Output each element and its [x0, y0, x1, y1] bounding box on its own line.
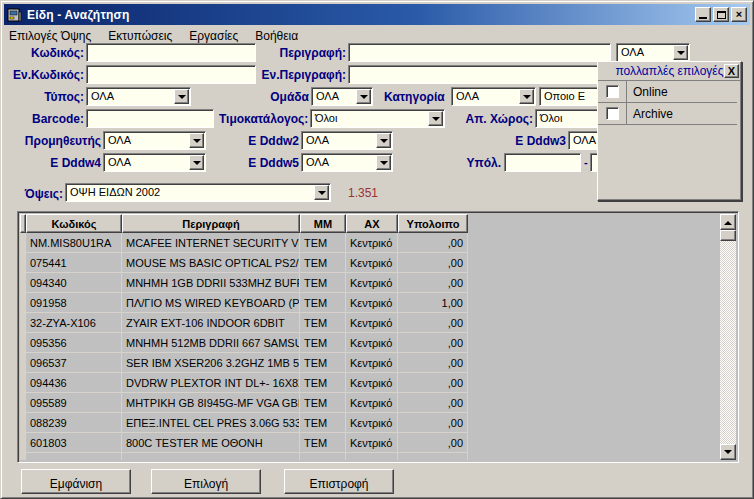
- promitheutis-combo[interactable]: ΟΛΑ: [103, 131, 206, 150]
- dropdown-arrow-icon[interactable]: [376, 155, 391, 170]
- dropdown-arrow-icon[interactable]: [673, 45, 688, 60]
- barcode-input[interactable]: [86, 109, 214, 128]
- checkbox[interactable]: [606, 107, 619, 120]
- cell: ΤΕΜ: [300, 373, 346, 393]
- edddw4-combo[interactable]: ΟΛΑ: [103, 153, 206, 172]
- table-row[interactable]: 094436DVDRW PLEXTOR INT DL+- 16X8XΤΕΜΚεν…: [20, 373, 472, 393]
- cell: ΤΕΜ: [300, 333, 346, 353]
- title-bar[interactable]: Είδη - Αναζήτηση ×: [4, 4, 750, 25]
- barcode-label: Barcode:: [21, 112, 84, 126]
- cell: Κεντρικό: [346, 373, 398, 393]
- dropdown-arrow-icon[interactable]: [314, 185, 329, 200]
- cell: ,00: [398, 273, 468, 293]
- kodikos-label: Κωδικός:: [11, 46, 84, 60]
- cell: ,00: [398, 333, 468, 353]
- dropdown-arrow-icon[interactable]: [428, 111, 443, 126]
- menu-item-view-options[interactable]: Επιλογές Όψης: [9, 29, 91, 43]
- katigoria-combo[interactable]: ΟΛΑ: [451, 87, 536, 106]
- edddw2-combo-value: ΟΛΑ: [306, 134, 329, 146]
- table-row[interactable]: 094340ΜΝΗΜΗ 1GB DDRII 533MHZ BUFFAΤΕΜΚεν…: [20, 273, 472, 293]
- table-row[interactable]: 095589ΜΗΤΡΙΚΗ GB 8I945G-MF VGA GBIT IΤΕΜ…: [20, 393, 472, 413]
- perigrafi-label: Περιγραφή:: [267, 46, 346, 60]
- dropdown-arrow-icon[interactable]: [356, 89, 371, 104]
- column-header-kodikos[interactable]: Κωδικός: [26, 214, 122, 233]
- minimize-button[interactable]: [695, 7, 711, 22]
- table-row[interactable]: 075441MOUSE MS BASIC OPTICAL PS2/UΤΕΜΚεν…: [20, 253, 472, 273]
- cell: MCAFEE INTERNET SECURITY V8.: [122, 233, 300, 253]
- dropdown-arrow-icon[interactable]: [519, 89, 534, 104]
- show-button[interactable]: Εμφάνιση: [21, 469, 131, 494]
- typos-combo[interactable]: ΟΛΑ: [86, 87, 191, 106]
- cell: ΜΝΗΜΗ 1GB DDRII 533MHZ BUFFA: [122, 273, 300, 293]
- option-row-archive[interactable]: Archive: [598, 103, 737, 125]
- timokatalogos-combo[interactable]: Όλοι: [310, 109, 445, 128]
- panel-close-button[interactable]: X: [724, 64, 739, 78]
- table-row[interactable]: NM.MIS80U1RAMCAFEE INTERNET SECURITY V8.…: [20, 233, 472, 253]
- kodikos-input[interactable]: [86, 43, 256, 62]
- close-button[interactable]: ×: [731, 7, 747, 22]
- cell: ,00: [398, 413, 468, 433]
- maximize-button[interactable]: [713, 7, 729, 22]
- ypol-from-input[interactable]: [504, 153, 581, 172]
- archive-checkbox-cell[interactable]: [598, 103, 627, 124]
- top-right-combo-value: ΟΛΑ: [621, 46, 644, 58]
- return-button[interactable]: Επιστροφή: [284, 469, 394, 494]
- panel-title: πολλαπλές επιλογές: [598, 64, 741, 78]
- select-button[interactable]: Επιλογή: [151, 469, 261, 494]
- column-header-ax[interactable]: ΑΧ: [346, 214, 398, 233]
- table-row[interactable]: 601803800C TESTER ΜΕ ΟΘΟΝΗΤΕΜΚεντρικό,00: [20, 433, 472, 453]
- omada-combo-value: ΟΛΑ: [316, 90, 339, 102]
- perigrafi-input[interactable]: [348, 43, 611, 62]
- cell: Κεντρικό: [346, 433, 398, 453]
- edddw4-combo-value: ΟΛΑ: [108, 156, 131, 168]
- cell: ,00: [398, 393, 468, 413]
- cell: Κεντρικό: [346, 253, 398, 273]
- cell: 088239: [26, 413, 122, 433]
- cell: 800C TESTER ΜΕ ΟΘΟΝΗ: [122, 433, 300, 453]
- dropdown-arrow-icon[interactable]: [189, 155, 204, 170]
- cell: 32-ZYA-X106: [26, 313, 122, 333]
- column-header-mm[interactable]: ΜΜ: [300, 214, 346, 233]
- omada-combo[interactable]: ΟΛΑ: [311, 87, 373, 106]
- menu-item-help[interactable]: Βοήθεια: [255, 29, 298, 43]
- en-perigrafi-input[interactable]: [348, 65, 611, 84]
- maximize-icon: [717, 11, 726, 19]
- menu-item-tasks[interactable]: Εργασίες: [189, 29, 238, 43]
- column-header-perigrafi[interactable]: Περιγραφή: [122, 214, 300, 233]
- column-header-ypoloipo[interactable]: Υπολοιπο: [398, 214, 468, 233]
- vertical-scrollbar[interactable]: [720, 214, 736, 460]
- cell: ΤΕΜ: [300, 313, 346, 333]
- cell: ZYAIR EXT-106 INDOOR 6DBIT: [122, 313, 300, 333]
- edddw5-combo-value: ΟΛΑ: [306, 156, 329, 168]
- views-combo[interactable]: ΟΨΗ ΕΙΔΩΝ 2002: [65, 183, 331, 202]
- option-row-online[interactable]: Online: [598, 81, 737, 103]
- multiple-selections-panel: πολλαπλές επιλογές X Online Archive: [597, 61, 742, 201]
- dropdown-arrow-icon[interactable]: [174, 89, 189, 104]
- scrollbar-thumb[interactable]: [720, 230, 736, 241]
- en-kodikos-input[interactable]: [86, 65, 256, 84]
- dropdown-arrow-icon[interactable]: [376, 133, 391, 148]
- top-right-combo[interactable]: ΟΛΑ: [616, 43, 690, 62]
- dropdown-arrow-icon[interactable]: [189, 133, 204, 148]
- edddw2-combo[interactable]: ΟΛΑ: [301, 131, 393, 150]
- promitheutis-label: Προμηθευτής: [21, 134, 101, 148]
- table-row[interactable]: 32-ZYA-X106ZYAIR EXT-106 INDOOR 6DBITΤΕΜ…: [20, 313, 472, 333]
- table-row[interactable]: 091958ΠΛ/ΓΙΟ MS WIRED KEYBOARD (PSΤΕΜΚεν…: [20, 293, 472, 313]
- cell: Κεντρικό: [346, 293, 398, 313]
- table-row[interactable]: 095356ΜΝΗΜΗ 512MB DDRII 667 SAMSUNΤΕΜΚεν…: [20, 333, 472, 353]
- scroll-up-button[interactable]: [720, 214, 736, 230]
- cell: ΤΕΜ: [300, 413, 346, 433]
- promitheutis-combo-value: ΟΛΑ: [108, 134, 131, 146]
- cell: ΕΠΕΞ.INTEL CEL PRES 3.06G 533/2: [122, 413, 300, 433]
- table-row[interactable]: 096537SER IBM XSER206 3.2GHZ 1MB 51ΤΕΜΚε…: [20, 353, 472, 373]
- edddw5-combo[interactable]: ΟΛΑ: [301, 153, 393, 172]
- menu-item-printouts[interactable]: Εκτυπώσεις: [108, 29, 172, 43]
- online-checkbox-cell[interactable]: [598, 81, 627, 102]
- table-row[interactable]: 088239ΕΠΕΞ.INTEL CEL PRES 3.06G 533/2ΤΕΜ…: [20, 413, 472, 433]
- checkbox[interactable]: [606, 85, 619, 98]
- cell: ,00: [398, 233, 468, 253]
- scroll-down-button[interactable]: [720, 444, 736, 460]
- minimize-icon: [699, 17, 707, 19]
- table-row[interactable]: [20, 453, 472, 460]
- cell: DVDRW PLEXTOR INT DL+- 16X8X: [122, 373, 300, 393]
